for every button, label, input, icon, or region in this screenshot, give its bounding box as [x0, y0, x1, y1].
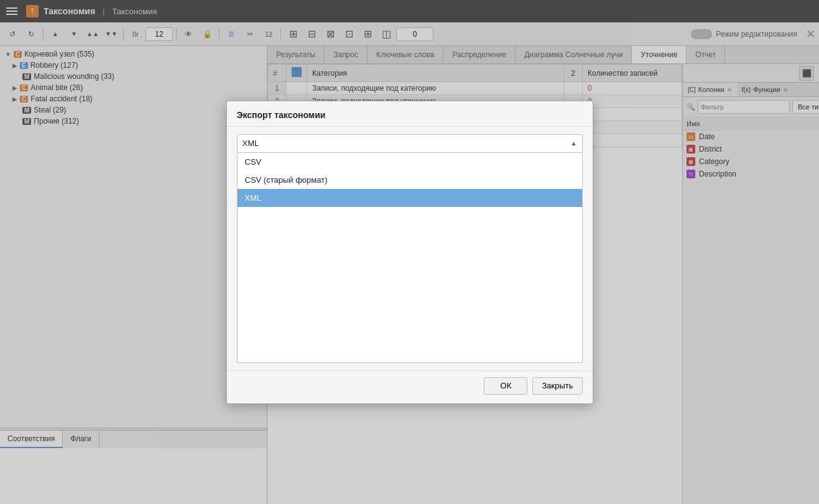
- dropdown-empty-area: [238, 207, 582, 362]
- modal-title: Экспорт таксономии: [227, 101, 593, 127]
- format-select[interactable]: XML ▲: [237, 134, 583, 153]
- option-csv[interactable]: CSV: [238, 153, 582, 171]
- format-dropdown-list: CSV CSV (старый формат) XML: [237, 153, 583, 363]
- option-csv-old[interactable]: CSV (старый формат): [238, 171, 582, 189]
- select-arrow-icon: ▲: [571, 140, 577, 147]
- option-xml[interactable]: XML: [238, 189, 582, 207]
- modal-backdrop: Экспорт таксономии XML ▲ CSV CSV (старый…: [0, 0, 819, 504]
- export-modal: Экспорт таксономии XML ▲ CSV CSV (старый…: [226, 101, 593, 404]
- modal-footer: ОК Закрыть: [227, 370, 593, 403]
- modal-body: XML ▲ CSV CSV (старый формат) XML: [227, 127, 593, 370]
- ok-button[interactable]: ОК: [484, 377, 527, 395]
- cancel-button[interactable]: Закрыть: [532, 377, 582, 395]
- selected-format-label: XML: [243, 139, 259, 148]
